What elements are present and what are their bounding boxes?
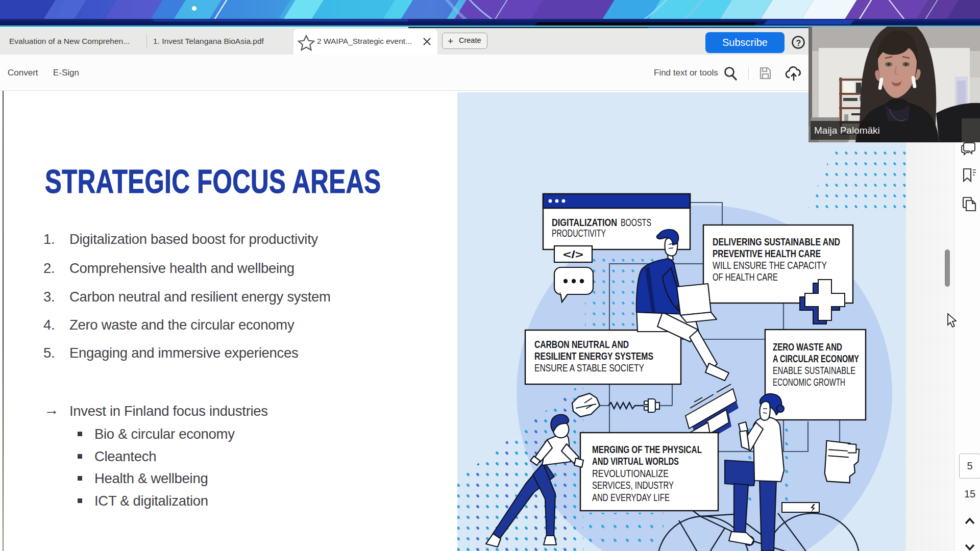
svg-text:?: ? — [796, 39, 801, 47]
